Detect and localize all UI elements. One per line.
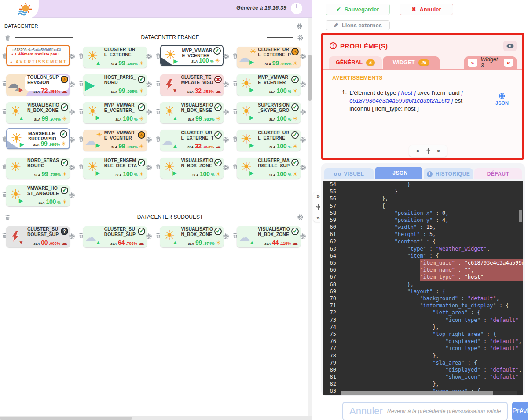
code-line-61[interactable]: 61 "height" : 5,: [323, 231, 523, 238]
gear-icon[interactable]: [68, 136, 76, 144]
gear-icon[interactable]: [296, 33, 304, 41]
code-line-68[interactable]: 68 },: [323, 281, 523, 288]
gear-icon[interactable]: [299, 108, 307, 116]
weather-widget-card[interactable]: ☀▶ HOTE_ENSEMBLE_DES_ETABLIS... ✔ SLA100…: [83, 158, 147, 179]
weather-widget-card[interactable]: ☀☁▶ CLUSTER_URL_EXTERNE_PARIS ⚠ SLA99.99…: [237, 47, 301, 68]
weather-widget-card[interactable]: ☀▶ MARSEILLE_SUPERVISION ✔ SLA99.998%☀: [6, 128, 70, 149]
collapse-down-icon[interactable]: «: [436, 150, 440, 153]
gear-icon[interactable]: [222, 232, 230, 240]
weather-widget-card[interactable]: ☀▶ SUPERVISION_SKYPE_GROUPE_1 ✔ SLA100%☀: [237, 102, 301, 123]
gear-icon[interactable]: [68, 232, 76, 240]
revert-preview-button[interactable]: Annuler Revenir à la précédente prévisua…: [342, 402, 508, 420]
next-widget-button[interactable]: »: [504, 59, 513, 67]
save-button[interactable]: ✔ Sauvegarder: [326, 4, 390, 15]
weather-widget-card[interactable]: ☀▶ CLUSTER_URL_EXTERNE_ANGO... ✔ SLA100%…: [237, 130, 301, 151]
code-line-72[interactable]: 72 "left_area" : {: [323, 309, 523, 316]
weather-widget-card[interactable]: ☀☁▶ MVP_VMWARE_VCENTER_HEALT... ⚠ SLA99.…: [83, 130, 147, 151]
left-horizontal-scrollbar[interactable]: [0, 416, 312, 420]
collapse-up-icon[interactable]: «: [416, 150, 420, 153]
cancel-button[interactable]: ✖ Annuler: [400, 4, 453, 15]
code-line-59[interactable]: 59 "position_y" : 4,: [323, 217, 523, 224]
editor-tab-historique[interactable]: iHISTORIQUE: [424, 168, 473, 179]
expand-right-icon[interactable]: »: [316, 194, 319, 199]
weather-widget-card[interactable]: ▼ CLUSTER_SUDOUEST_SUPERVISION ? SLA00.0…: [6, 226, 70, 247]
weather-widget-card[interactable]: ☀▶ MVP_VMWARE_VCENTER_HEALT... ✔ SLA100%…: [160, 45, 224, 66]
weather-widget-card[interactable]: ▼ CLUSTER_TEMPLATE_VISUALISA... ✖ SLA32.…: [160, 74, 224, 96]
editor-tab-visuel[interactable]: VISUEL: [324, 168, 374, 179]
gear-icon[interactable]: [68, 191, 76, 199]
split-panels-icon[interactable]: [426, 148, 431, 154]
code-line-55[interactable]: 55 }: [323, 188, 523, 195]
json-code-editor[interactable]: 54 }55 }56 },57 {58 "position_x" : 0,59 …: [323, 181, 523, 395]
code-line-57[interactable]: 57 {: [323, 203, 523, 210]
code-line-56[interactable]: 56 },: [323, 195, 523, 202]
gear-icon[interactable]: [296, 213, 304, 221]
weather-widget-card[interactable]: ☀▶ MVP_VMWARE_VCENTER_HEALT... ✔ SLA100%…: [83, 102, 147, 123]
weather-widget-card[interactable]: ☀▲ CLUSTER_URL_EXTERNE_MONTPELIER SLA99.…: [83, 47, 147, 68]
gear-icon[interactable]: [145, 136, 153, 144]
expand-left-icon[interactable]: «: [316, 215, 319, 220]
code-line-76[interactable]: 76 "displayed" : "default",: [323, 338, 523, 345]
weather-widget-card[interactable]: ☀▲ VISUALISATION_BDX_ENSEMBLE... ✔ SLA99…: [160, 102, 224, 123]
app-logo[interactable]: [0, 0, 39, 18]
gear-icon[interactable]: [222, 108, 230, 116]
gear-icon[interactable]: [299, 163, 307, 171]
editor-vertical-scrollbar[interactable]: [519, 210, 522, 222]
trash-icon[interactable]: [4, 213, 11, 221]
code-line-78[interactable]: 78 },: [323, 352, 523, 359]
gear-icon[interactable]: [145, 232, 153, 240]
editor-horizontal-scrollbar[interactable]: [341, 391, 517, 395]
left-vertical-scrollbar[interactable]: [308, 18, 312, 416]
gear-icon[interactable]: [145, 108, 153, 116]
external-links-button[interactable]: ✎ Liens externes: [326, 20, 390, 30]
code-line-82[interactable]: 82 },: [323, 380, 523, 387]
code-line-67[interactable]: 67 "item_type" : "host": [323, 273, 523, 280]
tab-widget[interactable]: WIDGET 25: [383, 56, 440, 69]
editor-tab-json[interactable]: JSON: [375, 167, 422, 179]
code-line-58[interactable]: 58 "position_x" : 0,: [323, 210, 523, 217]
weather-widget-card[interactable]: ☁☁▶ TOULON_SUPERVISION ⚠ SLA72.356%☁: [6, 74, 70, 96]
code-line-66[interactable]: 66 "item_name" : "",: [323, 266, 523, 273]
tab-general[interactable]: GÉNÉRAL 5: [329, 56, 382, 69]
toggle-problems-visibility-button[interactable]: [503, 41, 517, 51]
trash-icon[interactable]: [4, 33, 11, 41]
code-line-80[interactable]: 80 "displayed" : "default",: [323, 366, 523, 373]
gear-icon[interactable]: [145, 163, 153, 171]
code-line-65[interactable]: 65 "item_uuid" : "c618793e4e3a4a599d6f1c…: [323, 259, 523, 266]
code-line-73[interactable]: 73 "icon_type" : "default": [323, 317, 523, 324]
gear-icon[interactable]: [222, 136, 230, 144]
previous-widget-button[interactable]: «: [468, 59, 477, 67]
missing-widget-card[interactable]: [ c618793e4e3a4a599d6f1cd3bf2a16fd ] ▲ L…: [6, 45, 70, 66]
gear-icon[interactable]: [299, 136, 307, 144]
gear-icon[interactable]: [222, 52, 230, 60]
weather-widget-card[interactable]: ☁▲ CLUSTER_SUDOUEST_SUPERVIS... ✔ SLA64.…: [83, 226, 147, 247]
weather-widget-card[interactable]: ☁▲ VISUALISATION_BDX_ZONE3 ✔ SLA44.118%☁: [237, 226, 301, 247]
refresh-timer-icon[interactable]: [291, 3, 302, 14]
code-line-71[interactable]: 71 "information_to_display" : {: [323, 302, 523, 309]
weather-widget-card[interactable]: ☀▲ VISUALISATION_BDX_ZONE1 ✔ SLA99.974%☀: [160, 226, 224, 247]
weather-widget-card[interactable]: ▶ HOST_PARIS_NORD ✔ SLA99.995%☀: [83, 74, 147, 96]
code-line-54[interactable]: 54 }: [323, 181, 523, 188]
code-line-79[interactable]: 79 "sla_area" : {: [323, 359, 523, 366]
code-line-74[interactable]: 74 },: [323, 324, 523, 331]
gear-icon[interactable]: [68, 163, 76, 171]
code-line-77[interactable]: 77 "icon_type" : "default": [323, 345, 523, 352]
gear-icon[interactable]: [299, 52, 307, 60]
weather-widget-card[interactable]: ☀▶ CLUSTER_MARSEILLE_SUPERVISION ✔ SLA10…: [237, 158, 301, 179]
weather-widget-card[interactable]: ☀▶ VISUALISATION_BDX_ZONE2 ✔ SLA100%☀: [160, 158, 224, 179]
weather-widget-card[interactable]: ☀▶ VMWARE_HOST_ANGOULEME ✔ SLA100%☀: [6, 185, 70, 206]
code-line-63[interactable]: 63 "type" : "weather_widget",: [323, 245, 523, 252]
gear-icon[interactable]: [222, 80, 230, 88]
gear-icon[interactable]: [299, 232, 307, 240]
editor-tab-dfaut[interactable]: DÉFAUT: [474, 168, 522, 179]
gear-icon[interactable]: [68, 80, 76, 88]
weather-widget-card[interactable]: ☀▶ MVP_VMWARE_VCENTER_HEALT... ✔ SLA100%…: [237, 74, 301, 96]
code-line-75[interactable]: 75 "top_right_area" : {: [323, 331, 523, 338]
open-json-action[interactable]: JSON: [487, 92, 517, 113]
code-line-60[interactable]: 60 "width" : 15,: [323, 224, 523, 231]
gear-icon[interactable]: [145, 80, 153, 88]
weather-widget-card[interactable]: ☁▲ CLUSTER_URL_EXTERNE_TOULON ✔ SLA32.35…: [160, 130, 224, 151]
weather-widget-card[interactable]: ☀▲ VISUALISATION_BDX_ZONE1 ✔ SLA99.974%☀: [6, 102, 70, 123]
root-gear-icon[interactable]: [295, 22, 303, 30]
code-line-62[interactable]: 62 "content" : {: [323, 238, 523, 245]
